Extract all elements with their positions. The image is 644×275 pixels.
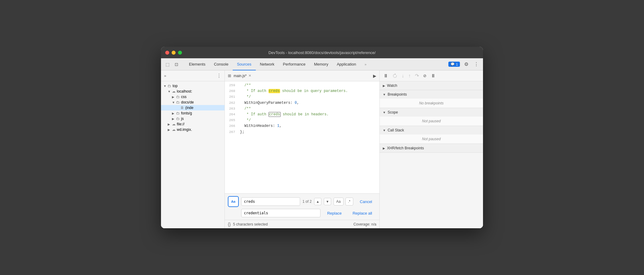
tree-label-docs: docs/de — [181, 100, 194, 104]
find-next-button[interactable]: ▼ — [324, 198, 331, 205]
folder-icon-docs: 🗀 — [176, 100, 180, 104]
tab-console[interactable]: Console — [210, 58, 233, 70]
main-layout: » ⋮ ▼ 🗀 top ▼ ☁ localhost: ▶ 🗀 css — [161, 70, 483, 228]
devtools-window: DevTools - localhost:8080/docs/devtools/… — [161, 47, 483, 228]
watch-header[interactable]: ▶ Watch — [380, 81, 483, 90]
titlebar: DevTools - localhost:8080/docs/devtools/… — [161, 47, 483, 58]
step-button[interactable]: ↷ — [415, 73, 419, 79]
code-content: 259 /** 260 * If auth creds should be in… — [225, 81, 379, 220]
notification-count: 1 — [456, 63, 458, 66]
code-line-262: 262 WithinQueryParameters: 0, — [225, 100, 379, 106]
format-icon[interactable]: ⊞ — [228, 73, 231, 78]
file-tab[interactable]: main.js* ✕ — [234, 74, 251, 78]
tab-application[interactable]: Application — [333, 58, 361, 70]
tree-item-top[interactable]: ▼ 🗀 top — [161, 83, 224, 89]
tree-item-js[interactable]: ▶ 🗀 js — [161, 116, 224, 121]
settings-icon[interactable]: ⚙ — [463, 60, 470, 68]
step-into-button[interactable]: ↓ — [402, 73, 404, 79]
tree-label-localhost: localhost: — [177, 89, 192, 93]
xhr-breakpoints-label: XHR/fetch Breakpoints — [387, 146, 424, 150]
breakpoints-label: Breakpoints — [388, 92, 407, 97]
tab-performance[interactable]: Performance — [279, 58, 310, 70]
tab-elements[interactable]: Elements — [185, 58, 210, 70]
tree-chevron-fonts: ▶ — [172, 112, 176, 115]
more-options-icon[interactable]: ⋮ — [473, 60, 480, 68]
tree-item-localhost[interactable]: ▼ ☁ localhost: — [161, 89, 224, 94]
scope-header[interactable]: ▼ Scope — [380, 108, 483, 117]
find-count: 1 of 2 — [303, 199, 312, 204]
pretty-print-icon[interactable]: {} — [228, 222, 231, 227]
code-line-265: 265 */ — [225, 117, 379, 123]
step-over-button[interactable] — [392, 73, 397, 78]
deactivate-breakpoints-button[interactable]: ⊘ — [423, 73, 426, 78]
status-bar-right: Coverage: n/a — [354, 222, 376, 226]
find-input[interactable] — [241, 197, 300, 206]
xhr-breakpoints-header[interactable]: ▶ XHR/fetch Breakpoints — [380, 144, 483, 152]
sidebar-more-icon[interactable]: ⋮ — [217, 73, 221, 79]
traffic-lights — [165, 51, 182, 55]
element-picker-icon[interactable]: ⬚ — [164, 61, 171, 68]
xhr-breakpoints-section: ▶ XHR/fetch Breakpoints — [380, 144, 483, 153]
find-prev-button[interactable]: ▲ — [314, 198, 321, 205]
callstack-header[interactable]: ▼ Call Stack — [380, 126, 483, 134]
tree-item-index[interactable]: 🗎 (inde — [161, 105, 224, 110]
tabbar-right: 💬 1 ⚙ ⋮ — [448, 60, 480, 68]
tabbar: ⬚ ⊡ Elements Console Sources Network Per… — [161, 58, 483, 70]
step-out-button[interactable]: ↑ — [408, 73, 411, 79]
cancel-button[interactable]: Cancel — [356, 197, 376, 206]
tab-more[interactable]: » — [360, 58, 371, 70]
xhr-breakpoints-chevron: ▶ — [383, 147, 385, 150]
tree-chevron-top: ▼ — [163, 84, 168, 88]
breakpoints-header[interactable]: ▼ Breakpoints — [380, 90, 483, 99]
replace-input[interactable] — [241, 209, 320, 217]
find-row: AB 1 of 2 ▲ ▼ Aa .* Cancel — [228, 196, 376, 207]
tab-network[interactable]: Network — [256, 58, 279, 70]
find-options: Aa .* — [334, 198, 353, 205]
watch-chevron: ▶ — [383, 84, 385, 87]
tree-label-js: js — [181, 117, 184, 121]
replace-all-button[interactable]: Replace all — [348, 209, 376, 217]
sidebar-header: » ⋮ — [161, 70, 224, 81]
breakpoints-content: No breakpoints — [380, 99, 483, 108]
run-snippet-icon[interactable]: ▶ — [373, 73, 376, 78]
file-navigator-sidebar: » ⋮ ▼ 🗀 top ▼ ☁ localhost: ▶ 🗀 css — [161, 70, 225, 228]
file-tab-name: main.js* — [234, 74, 247, 78]
tree-item-fonts[interactable]: ▶ 🗀 fonts/g — [161, 110, 224, 116]
tree-item-file[interactable]: ▶ ☁ file:// — [161, 121, 224, 127]
callstack-chevron: ▼ — [383, 129, 386, 132]
close-button[interactable] — [165, 51, 169, 55]
watch-label: Watch — [387, 83, 397, 88]
tree-item-wd[interactable]: ▶ ☁ wd.imgix. — [161, 127, 224, 132]
notification-badge[interactable]: 💬 1 — [448, 62, 460, 67]
sidebar-collapse-icon[interactable]: » — [164, 73, 166, 78]
minimize-button[interactable] — [172, 51, 176, 55]
tree-item-docs[interactable]: ▼ 🗀 docs/de — [161, 100, 224, 105]
scope-section: ▼ Scope Not paused — [380, 108, 483, 126]
tab-sources[interactable]: Sources — [233, 58, 256, 70]
status-bar-left: {} 5 characters selected — [228, 222, 268, 227]
pause-on-exceptions-button[interactable]: ⏸ — [431, 73, 436, 79]
find-replace-toggle[interactable]: AB — [228, 196, 239, 207]
code-lines[interactable]: 259 /** 260 * If auth creds should be in… — [225, 81, 379, 193]
code-panel: ⊞ main.js* ✕ ▶ 259 /** 260 — [225, 70, 380, 228]
code-panel-right: ▶ — [373, 73, 376, 79]
device-toggle-icon[interactable]: ⊡ — [173, 61, 180, 68]
regex-button[interactable]: .* — [345, 198, 353, 205]
replace-button[interactable]: Replace — [323, 209, 346, 217]
cloud-icon-file: ☁ — [172, 122, 176, 126]
pause-resume-button[interactable]: ⏸ — [383, 73, 388, 79]
code-panel-header: ⊞ main.js* ✕ ▶ — [225, 70, 379, 81]
maximize-button[interactable] — [178, 51, 182, 55]
scope-content: Not paused — [380, 117, 483, 126]
code-line-267: 267 }; — [225, 129, 379, 135]
match-case-button[interactable]: Aa — [334, 198, 344, 205]
tab-memory[interactable]: Memory — [310, 58, 333, 70]
selection-status: 5 characters selected — [233, 222, 268, 226]
tree-chevron-wd: ▶ — [168, 128, 172, 131]
callstack-section: ▼ Call Stack Not paused — [380, 126, 483, 144]
coverage-status: Coverage: n/a — [354, 222, 376, 226]
file-tab-close-icon[interactable]: ✕ — [248, 74, 251, 78]
tree-item-css[interactable]: ▶ 🗀 css — [161, 94, 224, 100]
callstack-content: Not paused — [380, 134, 483, 144]
folder-icon-css: 🗀 — [176, 95, 180, 99]
